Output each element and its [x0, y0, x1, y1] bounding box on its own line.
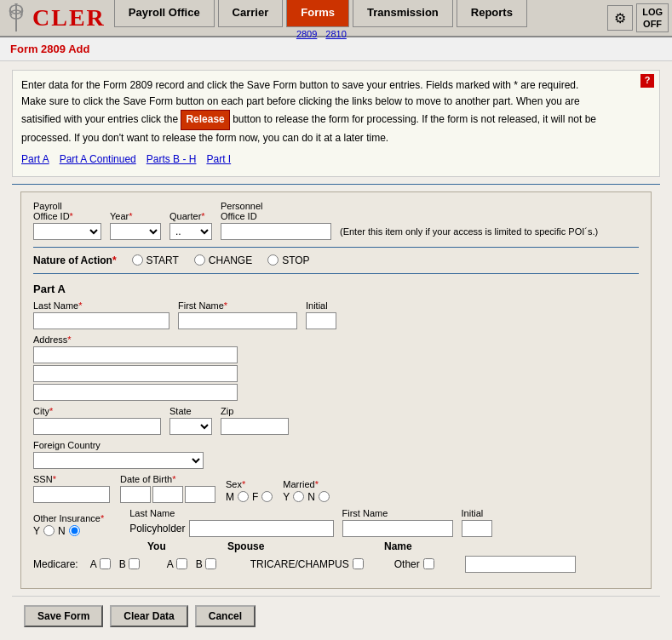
- address-area: Address*: [33, 334, 639, 401]
- first-name-input[interactable]: [178, 312, 297, 329]
- last-name-label: Last Name*: [33, 300, 169, 311]
- initial-policyholder-input[interactable]: [462, 520, 492, 537]
- city-label: City*: [33, 406, 161, 416]
- foreign-country-row: Foreign Country: [33, 440, 639, 469]
- noa-start-radio[interactable]: [132, 254, 143, 266]
- initial-policyholder-group: Initial: [462, 508, 492, 537]
- noa-change-radio[interactable]: [194, 254, 205, 266]
- zip-input[interactable]: [221, 418, 289, 435]
- address-input-3[interactable]: [33, 384, 238, 401]
- city-input[interactable]: [33, 418, 161, 435]
- name-fields-row: Last Name* First Name* Initial: [33, 300, 639, 329]
- initial-input[interactable]: [306, 312, 336, 329]
- state-select[interactable]: [169, 418, 212, 435]
- other-ins-y-radio[interactable]: [43, 525, 55, 536]
- year-label: Year*: [110, 211, 161, 221]
- dob-year-input[interactable]: [185, 486, 215, 503]
- medicare-you-a-group: A: [90, 558, 111, 570]
- tricare-label: TRICARE/CHAMPUS: [250, 558, 349, 570]
- year-group: Year*: [110, 211, 161, 240]
- married-y-label: Y: [283, 491, 290, 503]
- address-input-2[interactable]: [33, 365, 238, 382]
- year-select[interactable]: [110, 223, 161, 240]
- sex-m-label: M: [226, 491, 234, 503]
- payroll-office-id-select[interactable]: [33, 223, 101, 240]
- last-name-input[interactable]: [33, 312, 169, 329]
- sex-f-radio[interactable]: [261, 491, 273, 502]
- medicare-you-b-check[interactable]: [129, 558, 140, 569]
- zip-group: Zip: [221, 406, 289, 435]
- clear-data-button[interactable]: Clear Data: [110, 605, 187, 627]
- form-panel: PayrollOffice ID* Year* Quarter* ..: [20, 191, 652, 589]
- medicare-spouse-b-check[interactable]: [205, 558, 216, 569]
- other-ins-y-label: Y: [33, 525, 40, 537]
- other-insurance-label: Other Insurance*: [33, 513, 104, 523]
- page-title: Form 2809 Add: [0, 37, 672, 61]
- tab-carrier[interactable]: Carrier: [218, 0, 284, 27]
- payroll-office-id-label: PayrollOffice ID*: [33, 201, 101, 221]
- other-ins-n-radio[interactable]: [69, 525, 80, 536]
- nav-tab-group-forms: Payroll Office Carrier Forms Transmissio…: [114, 0, 529, 39]
- medicare-you-a-label: A: [90, 558, 97, 570]
- dob-day-input[interactable]: [152, 486, 183, 503]
- quarter-select[interactable]: ..: [169, 223, 212, 240]
- part-a-header: Part A: [33, 283, 639, 295]
- personnel-office-id-input[interactable]: [221, 223, 331, 240]
- city-state-zip-row: City* State Zip: [33, 406, 639, 435]
- tricare-check[interactable]: [353, 558, 364, 569]
- medicare-spouse-b-label: B: [196, 558, 203, 570]
- medicare-you-a-check[interactable]: [100, 558, 111, 569]
- noa-start-label: START: [146, 254, 179, 266]
- married-n-radio[interactable]: [319, 491, 330, 502]
- nature-of-action-row: Nature of Action* START CHANGE STOP: [33, 254, 639, 266]
- sex-m-radio[interactable]: [238, 491, 249, 502]
- dob-month-input[interactable]: [120, 486, 151, 503]
- info-text-1: Enter data for the Form 2809 record and …: [21, 79, 578, 91]
- gear-area: ⚙ LOG OFF: [607, 3, 669, 33]
- first-name-ph-label: First Name: [342, 508, 453, 518]
- help-icon[interactable]: ?: [640, 74, 654, 88]
- noa-change-group: CHANGE: [194, 254, 252, 266]
- caduceus-icon: [3, 3, 29, 33]
- link-parts-b-h[interactable]: Parts B - H: [146, 151, 197, 168]
- medicare-spouse-a-check[interactable]: [176, 558, 187, 569]
- tab-payroll-office[interactable]: Payroll Office: [114, 0, 215, 27]
- subtab-2809[interactable]: 2809: [296, 29, 317, 39]
- foreign-country-select[interactable]: [33, 452, 204, 469]
- save-form-button[interactable]: Save Form: [24, 605, 103, 627]
- noa-label: Nature of Action*: [33, 254, 117, 266]
- gear-button[interactable]: ⚙: [607, 5, 633, 31]
- ssn-input[interactable]: [33, 486, 110, 503]
- last-name-policyholder-input[interactable]: [189, 520, 334, 537]
- tricare-group: TRICARE/CHAMPUS: [250, 558, 364, 570]
- link-part-a[interactable]: Part A: [21, 151, 49, 168]
- logoff-button[interactable]: LOG OFF: [636, 3, 669, 33]
- dob-group: Date of Birth*: [120, 474, 215, 503]
- married-y-radio[interactable]: [293, 491, 304, 502]
- first-name-policyholder-input[interactable]: [342, 520, 453, 537]
- info-text-4: button to release the form for processin…: [233, 113, 596, 125]
- zip-label: Zip: [221, 406, 289, 416]
- subtab-2810[interactable]: 2810: [325, 29, 346, 39]
- last-name-ph-label: Last Name: [129, 508, 333, 518]
- logo-text: CLER: [32, 4, 106, 31]
- other-check[interactable]: [423, 558, 434, 569]
- release-button-inline[interactable]: Release: [181, 110, 229, 129]
- noa-change-label: CHANGE: [209, 254, 252, 266]
- ssn-row: SSN* Date of Birth* Sex* M: [33, 474, 639, 503]
- address-input-1[interactable]: [33, 346, 238, 363]
- other-name-input[interactable]: [465, 556, 576, 573]
- medicare-spouse-b-group: B: [196, 558, 216, 570]
- part-links: Part A Part A Continued Parts B - H Part…: [21, 146, 651, 169]
- cancel-button[interactable]: Cancel: [195, 605, 256, 627]
- medicare-you-b-group: B: [119, 558, 140, 570]
- tab-forms[interactable]: Forms: [286, 0, 349, 27]
- insurance-row: Other Insurance* Y N Last Name Policyhol…: [33, 508, 639, 537]
- link-part-i[interactable]: Part I: [206, 151, 231, 168]
- noa-stop-radio[interactable]: [267, 254, 279, 266]
- link-part-a-continued[interactable]: Part A Continued: [60, 151, 136, 168]
- tab-reports[interactable]: Reports: [457, 0, 527, 27]
- personnel-office-id-group: PersonnelOffice ID (Enter this item only…: [221, 201, 598, 240]
- first-name-group: First Name*: [178, 300, 297, 329]
- tab-transmission[interactable]: Transmission: [353, 0, 453, 27]
